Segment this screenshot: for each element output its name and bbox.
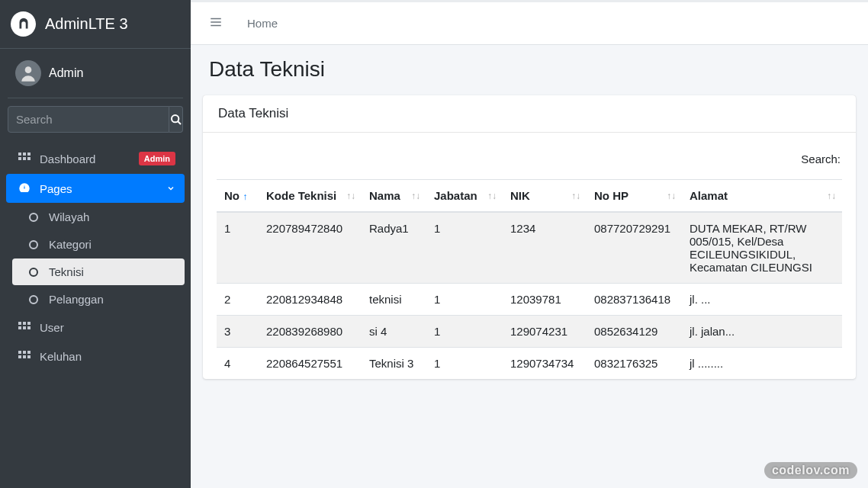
cell-nik: 1290734734 [503, 348, 587, 380]
sort-icon: ↑↓ [411, 191, 420, 201]
cell-kode: 220812934848 [259, 284, 362, 316]
sidebar-item-label: Keluhan [40, 350, 175, 363]
sidebar-item-wilayah[interactable]: Wilayah [12, 204, 185, 230]
card: Data Teknisi Search: No ↑ Kode Teknisi↑↓… [203, 95, 856, 379]
main: Home Data Teknisi Data Teknisi Search: N… [191, 0, 868, 488]
sidebar-item-teknisi[interactable]: Teknisi [12, 258, 185, 285]
user-name: Admin [49, 66, 83, 80]
th-no[interactable]: No ↑ [217, 180, 259, 213]
datatable-search-label: Search: [217, 148, 842, 179]
cell-nama: Radya1 [362, 212, 426, 284]
user-panel[interactable]: Admin [8, 49, 183, 98]
sidebar-item-keluhan[interactable]: Keluhan [6, 342, 185, 371]
svg-rect-13 [18, 326, 21, 329]
search-button[interactable] [169, 106, 183, 133]
svg-point-1 [25, 66, 32, 73]
sidebar-item-user[interactable]: User [6, 313, 185, 342]
svg-point-2 [172, 115, 178, 122]
svg-rect-15 [27, 326, 31, 329]
grid-icon [15, 322, 34, 334]
card-title: Data Teknisi [203, 95, 856, 133]
cell-nik: 12039781 [503, 284, 587, 316]
cell-jabatan: 1 [426, 212, 503, 284]
brand-logo-icon [11, 11, 36, 37]
cell-alamat: jl. ... [682, 284, 842, 316]
sidebar-item-label: Wilayah [49, 210, 177, 223]
sidebar-item-label: User [40, 321, 175, 334]
th-nohp[interactable]: No HP↑↓ [587, 180, 682, 213]
cell-kode: 220839268980 [259, 316, 362, 348]
svg-rect-9 [27, 157, 31, 160]
table-header-row: No ↑ Kode Teknisi↑↓ Nama↑↓ Jabatan↑↓ NIK… [217, 180, 842, 213]
sort-icon: ↑↓ [667, 191, 676, 201]
cell-nohp: 082837136418 [587, 284, 682, 316]
page-title: Data Teknisi [209, 57, 850, 82]
sidebar-item-label: Kategori [49, 238, 177, 251]
svg-line-3 [178, 121, 181, 124]
svg-rect-21 [27, 355, 31, 358]
circle-icon [24, 268, 43, 277]
cell-nik: 129074231 [503, 316, 587, 348]
circle-icon [24, 240, 43, 249]
cell-jabatan: 1 [426, 316, 503, 348]
watermark: codelov.com [764, 462, 857, 479]
sort-asc-icon: ↑ [243, 191, 247, 202]
sidebar-search [8, 106, 183, 133]
grid-icon [15, 351, 34, 363]
th-jabatan[interactable]: Jabatan↑↓ [426, 180, 503, 213]
content-header: Data Teknisi [191, 45, 868, 89]
menu-toggle-button[interactable] [203, 11, 229, 37]
cell-no: 4 [217, 348, 259, 380]
chevron-down-icon [166, 182, 175, 195]
cell-jabatan: 1 [426, 284, 503, 316]
sidebar-item-label: Dashboard [40, 152, 139, 165]
svg-rect-4 [18, 152, 21, 156]
cell-no: 1 [217, 212, 259, 284]
table-row: 4220864527551Teknisi 3112907347340832176… [217, 348, 842, 380]
cell-nama: si 4 [362, 316, 426, 348]
gauge-icon [15, 181, 34, 195]
cell-nohp: 087720729291 [587, 212, 682, 284]
cell-no: 3 [217, 316, 259, 348]
admin-badge: Admin [139, 152, 175, 165]
cell-kode: 220864527551 [259, 348, 362, 380]
cell-nohp: 0852634129 [587, 316, 682, 348]
cell-nik: 1234 [503, 212, 587, 284]
svg-rect-17 [23, 351, 26, 354]
search-input[interactable] [8, 106, 169, 133]
table-row: 3220839268980si 411290742310852634129jl.… [217, 316, 842, 348]
brand-title: AdminLTE 3 [45, 15, 128, 33]
sidebar-item-pelanggan[interactable]: Pelanggan [12, 286, 185, 313]
circle-icon [24, 295, 43, 304]
svg-rect-16 [18, 351, 21, 354]
data-table: No ↑ Kode Teknisi↑↓ Nama↑↓ Jabatan↑↓ NIK… [217, 179, 842, 379]
sidebar-item-label: Pelanggan [49, 293, 177, 306]
cell-alamat: jl. jalan... [682, 316, 842, 348]
table-row: 1220789472840Radya111234087720729291DUTA… [217, 212, 842, 284]
th-alamat[interactable]: Alamat↑↓ [682, 180, 842, 213]
sidebar-item-dashboard[interactable]: Dashboard Admin [6, 144, 185, 173]
sidebar: AdminLTE 3 Admin Dashboard Admin [0, 0, 191, 488]
cell-nama: Teknisi 3 [362, 348, 426, 380]
breadcrumb-home[interactable]: Home [247, 17, 278, 30]
sidebar-item-kategori[interactable]: Kategori [12, 231, 185, 258]
brand[interactable]: AdminLTE 3 [0, 0, 191, 49]
sidebar-item-pages[interactable]: Pages [6, 174, 185, 203]
svg-rect-7 [18, 157, 21, 160]
cell-kode: 220789472840 [259, 212, 362, 284]
th-nik[interactable]: NIK↑↓ [503, 180, 587, 213]
svg-rect-14 [23, 326, 26, 329]
cell-nama: teknisi [362, 284, 426, 316]
cell-jabatan: 1 [426, 348, 503, 380]
topbar: Home [191, 2, 868, 45]
hamburger-icon [209, 15, 223, 29]
svg-rect-8 [23, 157, 26, 160]
th-nama[interactable]: Nama↑↓ [362, 180, 426, 213]
svg-rect-19 [18, 355, 21, 358]
svg-rect-6 [27, 152, 31, 156]
avatar [15, 60, 41, 86]
table-body: 1220789472840Radya111234087720729291DUTA… [217, 212, 842, 379]
table-row: 2220812934848teknisi11203978108283713641… [217, 284, 842, 316]
grid-icon [15, 152, 34, 165]
th-kode[interactable]: Kode Teknisi↑↓ [259, 180, 362, 213]
